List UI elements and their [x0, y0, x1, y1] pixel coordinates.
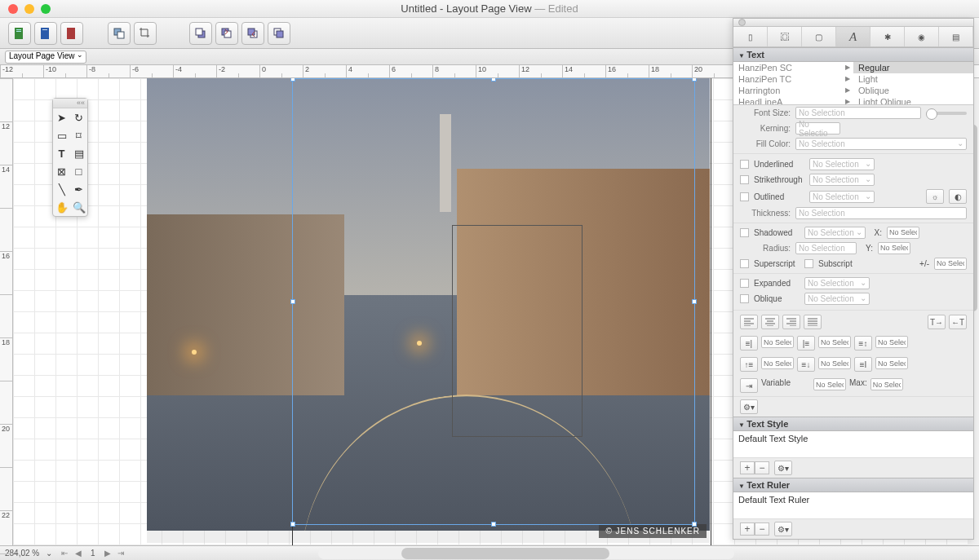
- horizontal-scrollbar[interactable]: [318, 548, 734, 559]
- handle-icon[interactable]: [491, 78, 496, 82]
- leading-field[interactable]: [875, 336, 908, 348]
- close-icon[interactable]: [8, 4, 18, 14]
- next-page-button[interactable]: ▶: [102, 549, 113, 558]
- crop-button[interactable]: [134, 22, 157, 45]
- align-right-button[interactable]: [782, 315, 800, 329]
- arrange-forward-button[interactable]: [215, 22, 238, 45]
- add-ruler-button[interactable]: +: [740, 523, 755, 536]
- zoom-tool-icon[interactable]: 🔍: [70, 198, 87, 216]
- arrange-front-button[interactable]: [189, 22, 212, 45]
- add-style-button[interactable]: +: [740, 461, 755, 474]
- ruler-vertical[interactable]: 1214161820222426: [0, 78, 13, 545]
- pointer-tool-icon[interactable]: ➤: [53, 108, 70, 126]
- indent-right-button[interactable]: |≡: [797, 336, 815, 351]
- fontsize-field[interactable]: No Selection: [795, 107, 921, 119]
- shade-icon[interactable]: ◐: [949, 189, 967, 204]
- doc-red-button[interactable]: [60, 22, 83, 45]
- style-item[interactable]: Regular: [853, 62, 973, 73]
- frame-tool-icon[interactable]: ▭: [53, 126, 70, 144]
- guide-vertical-right[interactable]: [711, 78, 711, 545]
- font-item[interactable]: HanziPen SC▶: [733, 62, 853, 73]
- align-center-button[interactable]: [761, 315, 779, 329]
- prev-page-button[interactable]: ◀: [73, 549, 84, 558]
- zoom-dropdown-icon[interactable]: ⌄: [46, 549, 52, 558]
- sun-icon[interactable]: ☼: [926, 189, 944, 204]
- handle-icon[interactable]: [692, 522, 697, 527]
- leading-button[interactable]: ≡↕: [854, 336, 872, 351]
- handle-icon[interactable]: [290, 522, 295, 527]
- outlined-checkbox[interactable]: [740, 192, 749, 201]
- handle-icon[interactable]: [491, 522, 496, 527]
- max-field[interactable]: [870, 378, 903, 390]
- doc-blue-button[interactable]: [34, 22, 57, 45]
- oblique-checkbox[interactable]: [740, 294, 749, 303]
- style-gear-button[interactable]: ⚙▾: [774, 461, 792, 475]
- ruler-gear-button[interactable]: ⚙▾: [774, 522, 792, 536]
- font-item[interactable]: Harrington▶: [733, 85, 853, 96]
- remove-style-button[interactable]: −: [755, 461, 769, 474]
- remove-ruler-button[interactable]: −: [755, 523, 769, 536]
- space-after-button[interactable]: ≡↓: [797, 357, 815, 372]
- text-tool-icon[interactable]: T: [53, 144, 70, 162]
- expanded-checkbox[interactable]: [740, 279, 749, 288]
- indent-left-field[interactable]: [761, 336, 794, 348]
- inner-selection[interactable]: [452, 225, 583, 437]
- first-page-button[interactable]: ⇤: [59, 549, 70, 558]
- space-before-field[interactable]: [761, 357, 794, 369]
- list-item[interactable]: Default Text Style: [738, 434, 968, 443]
- arrange-back-button[interactable]: [268, 22, 290, 45]
- tab-misc-icon[interactable]: ▤: [939, 27, 973, 46]
- indent-left-button[interactable]: ≡|: [740, 336, 758, 351]
- inspector-close-icon[interactable]: [738, 19, 746, 26]
- pen-tool-icon[interactable]: ✒: [70, 180, 87, 198]
- fontsize-slider[interactable]: [926, 112, 967, 115]
- tab-frame-icon[interactable]: ▢: [802, 27, 836, 46]
- view-selector[interactable]: Layout Page View: [5, 51, 86, 64]
- strike-checkbox[interactable]: [740, 175, 749, 184]
- line-tool-icon[interactable]: ╲: [53, 180, 70, 198]
- oblique-select[interactable]: No Selection: [804, 293, 870, 305]
- section-text-ruler[interactable]: Text Ruler: [733, 478, 973, 492]
- underlined-checkbox[interactable]: [740, 160, 749, 169]
- content-tool-icon[interactable]: ⌑: [70, 126, 87, 144]
- handle-icon[interactable]: [290, 78, 295, 82]
- tab-field[interactable]: [813, 378, 846, 390]
- tool-palette[interactable]: «« ➤↻ ▭⌑ T▤ ⊠□ ╲✒ ✋🔍: [52, 98, 88, 217]
- ltr-button[interactable]: T→: [928, 315, 946, 329]
- section-text[interactable]: Text: [733, 47, 973, 62]
- superscript-checkbox[interactable]: [740, 259, 749, 268]
- align-left-button[interactable]: [740, 315, 758, 329]
- image-tool-icon[interactable]: ▤: [70, 144, 87, 162]
- shadow-x-field[interactable]: [887, 227, 919, 239]
- rotate-tool-icon[interactable]: ↻: [70, 108, 87, 126]
- indent-right-field[interactable]: [818, 336, 851, 348]
- pm-field[interactable]: [934, 258, 967, 270]
- rtl-button[interactable]: ←T: [949, 315, 967, 329]
- style-item[interactable]: Light Oblique: [853, 96, 973, 104]
- shadowed-select[interactable]: No Selection: [804, 227, 866, 239]
- style-item[interactable]: Oblique: [853, 85, 973, 96]
- rect-tool-icon[interactable]: □: [70, 162, 87, 180]
- arrange-backward-button[interactable]: [241, 22, 264, 45]
- layer-button-1[interactable]: [108, 22, 131, 45]
- baseline-field[interactable]: [875, 357, 908, 369]
- font-item[interactable]: HeadLineA▶: [733, 96, 853, 104]
- text-style-list[interactable]: Default Text Style: [733, 431, 973, 457]
- xframe-tool-icon[interactable]: ⊠: [53, 162, 70, 180]
- tab-page-icon[interactable]: ⿴: [768, 27, 802, 46]
- handle-icon[interactable]: [692, 299, 697, 304]
- radius-field[interactable]: No Selection: [795, 242, 857, 254]
- maximize-icon[interactable]: [41, 4, 51, 14]
- tab-text-icon[interactable]: A: [836, 27, 870, 46]
- tab-button[interactable]: ⇥: [740, 378, 758, 393]
- scrollbar-thumb[interactable]: [401, 548, 609, 559]
- variable-select[interactable]: Variable: [761, 378, 810, 393]
- doc-green-button[interactable]: [8, 22, 31, 45]
- text-ruler-list[interactable]: Default Text Ruler: [733, 492, 973, 518]
- section-text-style[interactable]: Text Style: [733, 417, 973, 431]
- shadow-y-field[interactable]: [878, 242, 910, 254]
- thickness-field[interactable]: No Selection: [795, 207, 967, 219]
- expanded-select[interactable]: No Selection: [804, 277, 870, 289]
- kerning-field[interactable]: No Selectio: [795, 122, 840, 134]
- font-list[interactable]: HanziPen SC▶HanziPen TC▶Harrington▶HeadL…: [733, 62, 973, 105]
